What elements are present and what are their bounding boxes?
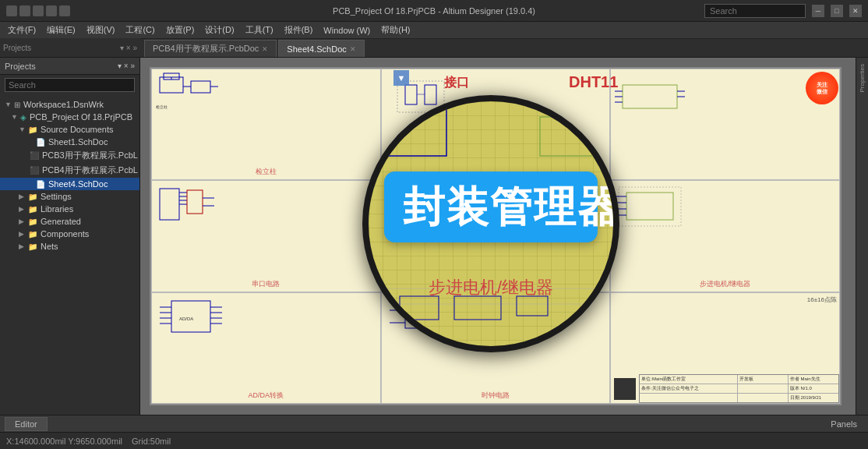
editor-tab[interactable]: Editor <box>5 417 48 431</box>
tree-sheet1[interactable]: 📄 Sheet1.SchDoc <box>0 136 139 148</box>
status-grid: Grid:50mil <box>132 437 171 446</box>
app-icons <box>6 5 70 16</box>
footer-table: 单位:Main函数工作室 开发板 作者 Main先生 条件:关注微信公众号电子之… <box>639 374 839 403</box>
components-label: Components <box>41 229 89 239</box>
titlebar: PCB_Project Of 18.PrjPCB - Altium Design… <box>0 0 868 22</box>
tree-source-docs[interactable]: ▼ 📁 Source Documents <box>0 123 139 136</box>
cell-schematic-3 <box>152 181 380 291</box>
cell-schematic-2 <box>611 69 839 179</box>
footer-cell-2: 作者 Main先生 <box>789 375 838 384</box>
qr-code <box>614 378 636 400</box>
footer-cell-5: 版本 N/1.0 <box>789 384 838 393</box>
settings-icon: 📁 <box>28 193 37 201</box>
tab-sheet4[interactable]: Sheet4.SchDoc ✕ <box>278 40 364 57</box>
tree-generated[interactable]: ▶ 📁 Generated <box>0 215 139 228</box>
stepper-label: 步进电机/继电器 <box>429 276 553 299</box>
banner-text: 封装管理器 <box>403 184 579 230</box>
minimize-button[interactable]: ─ <box>812 5 824 17</box>
menu-file[interactable]: 文件(F) <box>3 23 41 37</box>
schematic-canvas[interactable]: 检立柱 检立柱 <box>140 58 856 415</box>
pcb-cell-6: AD/DA AD/DA转换 <box>151 292 381 404</box>
sidebar: Projects ▾ × » ▼ ⊞ Workspace1.DsnWrk ▼ ◈… <box>0 58 140 415</box>
menu-design[interactable]: 设计(D) <box>200 23 238 37</box>
app-icon-4 <box>46 5 57 16</box>
magnifier-banner: 封装管理器 <box>384 171 598 242</box>
cell-schematic-5 <box>611 181 839 291</box>
sidebar-controls[interactable]: ▾ × » <box>118 62 135 70</box>
project-icon: ◈ <box>20 113 26 122</box>
project-tree: ▼ ⊞ Workspace1.DsnWrk ▼ ◈ PCB_Project Of… <box>0 95 139 415</box>
nets-label: Nets <box>41 242 58 251</box>
tree-libraries[interactable]: ▶ 📁 Libraries <box>0 203 139 215</box>
sidebar-title: Projects <box>5 62 36 71</box>
magnifier-overlay: 封装管理器 步进电机/继电器 <box>362 95 619 352</box>
titlebar-left <box>6 5 70 16</box>
tree-nets[interactable]: ▶ 📁 Nets <box>0 240 139 253</box>
filter-icon[interactable]: ▼ <box>393 70 409 86</box>
libraries-label: Libraries <box>41 204 73 214</box>
svg-rect-55 <box>540 117 602 156</box>
sticker-text: 关注微信 <box>817 81 827 95</box>
search-input[interactable] <box>704 4 806 18</box>
projects-panel-header: Projects ▾ × » <box>0 38 140 57</box>
rpanel-label-1[interactable]: Properties <box>857 61 867 95</box>
menu-project[interactable]: 工程(C) <box>121 23 159 37</box>
libraries-icon: 📁 <box>28 205 37 214</box>
cell-label-5: 步进电机/继电器 <box>700 279 751 289</box>
close-button[interactable]: ✕ <box>849 5 862 17</box>
svg-rect-61 <box>400 296 439 320</box>
menu-view[interactable]: 视图(V) <box>82 23 120 37</box>
maximize-button[interactable]: □ <box>831 5 843 17</box>
svg-rect-51 <box>384 109 446 156</box>
menu-help[interactable]: 帮助(H) <box>376 23 415 37</box>
panels-button[interactable]: Panels <box>824 418 863 430</box>
svg-text:检立柱: 检立柱 <box>156 104 168 109</box>
sheet4-label: Sheet4.SchDoc <box>48 179 108 189</box>
tab-pcb4-close[interactable]: ✕ <box>262 45 268 53</box>
workspace-icon: ⊞ <box>14 101 20 109</box>
pcb-cell-0: 检立柱 检立柱 <box>151 69 381 180</box>
menubar: 文件(F) 编辑(E) 视图(V) 工程(C) 放置(P) 设计(D) 工具(T… <box>0 22 868 39</box>
projects-pin[interactable]: ▾ × » <box>120 44 137 52</box>
tree-workspace[interactable]: ▼ ⊞ Workspace1.DsnWrk <box>0 98 139 111</box>
generated-icon: 📁 <box>28 217 37 226</box>
titlebar-right: ─ □ ✕ <box>704 4 862 18</box>
menu-edit[interactable]: 编辑(E) <box>42 23 80 37</box>
menu-window[interactable]: Window (W) <box>319 24 375 37</box>
projects-label: Projects <box>3 44 31 52</box>
footer-cell-3: 条件:关注微信公众号电子之 <box>640 384 737 393</box>
tree-pcb4[interactable]: ⬛ PCB4用于教程展示.PcbL <box>0 163 139 178</box>
tab-pcb4[interactable]: PCB4用于教程展示.PcbDoc ✕ <box>144 40 277 57</box>
tab-sheet4-close[interactable]: ✕ <box>350 45 356 53</box>
pcb-cell-8: 单位:Main函数工作室 开发板 作者 Main先生 条件:关注微信公众号电子之… <box>610 292 840 404</box>
expand-arrow-comp: ▶ <box>19 230 25 238</box>
project-label: PCB_Project Of 18.PrjPCB <box>30 112 132 122</box>
tree-pcb3[interactable]: ⬛ PCB3用于教程展示.PcbL <box>0 148 139 163</box>
window-title: PCB_Project Of 18.PrjPCB - Altium Design… <box>333 6 535 16</box>
svg-rect-30 <box>626 193 673 220</box>
tree-settings[interactable]: ▶ 📁 Settings <box>0 190 139 203</box>
app-icon-2 <box>19 5 30 16</box>
menu-place[interactable]: 放置(P) <box>161 23 199 37</box>
tree-sheet4[interactable]: 📄 Sheet4.SchDoc <box>0 178 139 190</box>
svg-rect-3 <box>191 81 210 93</box>
footer-cell-4 <box>738 384 789 393</box>
app-icon-1 <box>6 5 17 16</box>
pcb3-icon: ⬛ <box>30 151 39 160</box>
source-docs-label: Source Documents <box>41 125 114 134</box>
menu-report[interactable]: 报件(B) <box>280 23 318 37</box>
svg-rect-22 <box>187 190 203 214</box>
svg-rect-62 <box>454 296 501 320</box>
sidebar-search-container <box>0 75 139 95</box>
cell-label-3: 串口电路 <box>252 279 280 289</box>
expand-arrow-settings: ▶ <box>19 193 25 200</box>
cell-label-7: 时钟电路 <box>482 391 510 401</box>
svg-rect-11 <box>623 85 677 108</box>
tree-project[interactable]: ▼ ◈ PCB_Project Of 18.PrjPCB <box>0 111 139 123</box>
sheet1-label: Sheet1.SchDoc <box>48 137 108 147</box>
right-panel: Properties <box>856 58 868 415</box>
workspace-label: Workspace1.DsnWrk <box>23 100 104 109</box>
tree-components[interactable]: ▶ 📁 Components <box>0 228 139 240</box>
menu-tools[interactable]: 工具(T) <box>241 23 278 37</box>
sidebar-search-input[interactable] <box>5 78 135 92</box>
